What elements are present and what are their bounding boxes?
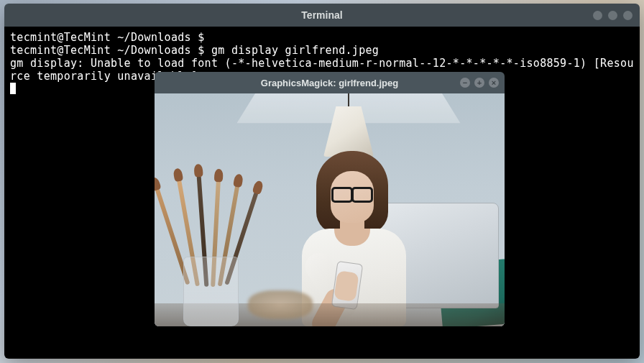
minimize-button[interactable] [593,11,602,20]
glasses-icon [331,187,373,200]
maximize-icon: + [477,79,482,87]
image-viewer-controls: − + × [460,72,499,93]
close-button[interactable] [623,11,632,20]
terminal-titlebar[interactable]: Terminal [4,4,640,27]
minimize-button[interactable]: − [460,78,470,88]
close-icon: × [492,79,496,87]
image-viewer-titlebar[interactable]: GraphicsMagick: girlfrend.jpeg − + × [155,72,505,93]
cursor-icon [10,83,16,94]
image-content[interactable]: Q [155,93,505,326]
minimize-icon: − [463,79,467,87]
terminal-window-controls [593,4,632,27]
image-viewer-title: GraphicsMagick: girlfrend.jpeg [261,78,398,88]
terminal-line: tecmint@TecMint ~/Downloads $ gm display… [10,44,379,57]
terminal-title: Terminal [301,9,342,21]
terminal-line: tecmint@TecMint ~/Downloads $ [10,31,205,44]
maximize-button[interactable]: + [474,78,484,88]
image-viewer-window: GraphicsMagick: girlfrend.jpeg − + × Q [155,72,505,326]
close-button[interactable]: × [489,78,499,88]
maximize-button[interactable] [608,11,617,20]
paint-brushes [155,183,262,326]
